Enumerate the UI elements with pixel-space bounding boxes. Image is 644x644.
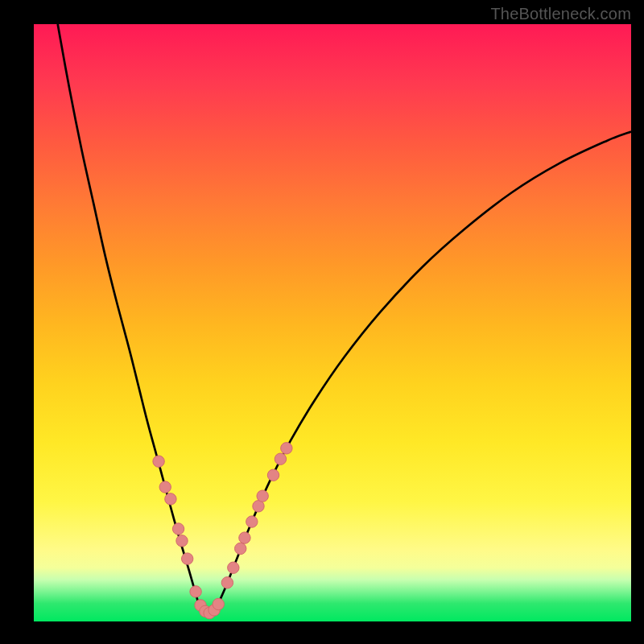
data-dot — [190, 586, 201, 597]
data-dot — [172, 523, 184, 535]
data-dot — [228, 562, 239, 573]
data-dot — [267, 469, 279, 481]
curve-overlay — [34, 24, 631, 621]
plot-area — [34, 24, 631, 621]
data-dot — [281, 443, 292, 454]
data-dot — [246, 516, 258, 527]
data-dot — [213, 598, 224, 609]
curve-left-branch — [58, 24, 200, 609]
data-dot — [275, 453, 286, 464]
data-dot — [221, 577, 233, 588]
data-dot — [159, 481, 171, 493]
data-dot — [153, 456, 164, 467]
chart-frame: TheBottleneck.com — [0, 0, 644, 644]
data-dot — [239, 532, 250, 543]
data-dot — [165, 493, 176, 505]
data-dot — [176, 535, 188, 547]
curve-right-branch — [216, 132, 631, 609]
data-dot — [181, 553, 192, 564]
watermark-text: TheBottleneck.com — [490, 5, 631, 23]
data-dot — [257, 490, 268, 502]
data-dot — [235, 543, 246, 554]
